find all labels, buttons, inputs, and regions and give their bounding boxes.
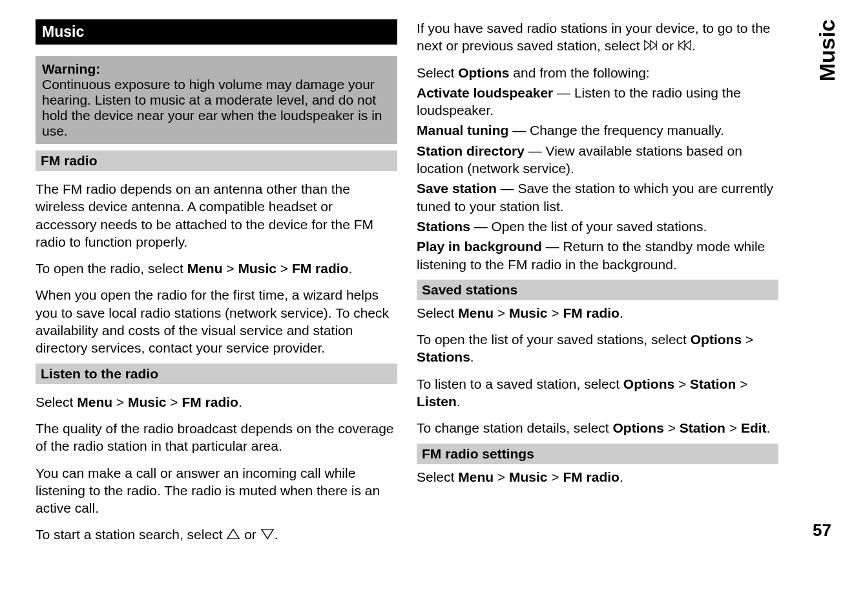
saved-stations-head: Saved stations: [417, 280, 778, 300]
text: .: [470, 349, 474, 364]
menu-label: Menu: [458, 305, 494, 320]
opt-desc: — Change the frequency manually.: [508, 123, 724, 138]
opt-save: Save station — Save the station to which…: [417, 180, 778, 215]
sep: >: [112, 395, 128, 409]
text: and from the following:: [510, 65, 650, 80]
sep: >: [222, 261, 238, 276]
listen-label: Listen: [417, 394, 457, 409]
opt-stations: Stations — Open the list of your saved s…: [417, 218, 778, 235]
opt-directory: Station directory — View available stati…: [417, 142, 778, 178]
text: To open the radio, select: [36, 261, 187, 276]
left-column: Music Warning: Continuous exposure to hi…: [36, 19, 397, 544]
text: To start a station search, select: [36, 527, 226, 542]
text: Select: [417, 305, 458, 320]
music-label: Music: [128, 395, 167, 409]
text: To change station details, select: [417, 420, 613, 435]
listen-path: Select Menu > Music > FM radio.: [36, 393, 397, 411]
music-label: Music: [509, 305, 548, 320]
svg-marker-2: [645, 41, 651, 50]
sep: >: [166, 395, 182, 409]
fm-radio-p1: The FM radio depends on an antenna other…: [36, 180, 397, 251]
opt-activate: Activate loudspeaker — Listen to the rad…: [417, 84, 778, 119]
sep: >: [494, 305, 509, 320]
opt-desc: — Open the list of your saved stations.: [470, 219, 707, 234]
station-label: Station: [690, 376, 736, 391]
text: .: [767, 420, 771, 435]
sep: >: [664, 420, 680, 435]
sep: >: [494, 469, 509, 484]
page-number: 57: [813, 520, 831, 540]
options-label: Options: [458, 65, 509, 80]
saved-edit: To change station details, select Option…: [417, 419, 778, 436]
svg-marker-0: [227, 529, 239, 539]
fm-radio-open-path: To open the radio, select Menu > Music >…: [36, 260, 397, 277]
sep: >: [547, 469, 563, 484]
opt-label: Activate loudspeaker: [417, 85, 553, 100]
settings-path: Select Menu > Music > FM radio.: [417, 468, 778, 486]
text: If you have saved radio stations in your…: [417, 21, 771, 53]
svg-marker-1: [262, 529, 273, 539]
fm-radio-p3: When you open the radio for the first ti…: [36, 286, 397, 356]
sep: >: [736, 376, 747, 391]
text: .: [692, 38, 696, 53]
menu-label: Menu: [458, 469, 494, 484]
document-page: Music Warning: Continuous exposure to hi…: [0, 0, 854, 550]
warning-title: Warning:: [42, 61, 100, 76]
options-label: Options: [623, 376, 674, 391]
options-intro: Select Options and from the following:: [417, 64, 778, 81]
text: .: [620, 469, 623, 484]
text: .: [457, 394, 461, 409]
right-column: If you have saved radio stations in your…: [417, 19, 778, 544]
chapter-header: Music: [36, 19, 397, 45]
svg-marker-3: [651, 41, 656, 50]
opt-label: Play in background: [417, 239, 542, 254]
text: .: [275, 527, 278, 542]
warning-box: Warning: Continuous exposure to high vol…: [36, 56, 397, 144]
opt-manual: Manual tuning — Change the frequency man…: [417, 121, 778, 139]
options-label: Options: [691, 332, 742, 347]
text: or: [244, 527, 260, 542]
options-label: Options: [613, 420, 664, 435]
fm-label: FM radio: [182, 395, 238, 409]
warning-body: Continuous exposure to high volume may d…: [42, 77, 382, 138]
edit-label: Edit: [741, 420, 767, 435]
saved-path: Select Menu > Music > FM radio.: [417, 304, 778, 322]
svg-marker-6: [679, 41, 685, 50]
saved-station-nav: If you have saved radio stations in your…: [417, 19, 778, 55]
menu-label: Menu: [187, 261, 223, 276]
text: .: [620, 305, 623, 320]
menu-label: Menu: [77, 395, 112, 409]
side-chapter-label: Music: [815, 19, 840, 81]
text: To listen to a saved station, select: [417, 376, 623, 391]
fm-label: FM radio: [292, 261, 349, 276]
listen-search: To start a station search, select or .: [36, 526, 397, 543]
opt-label: Save station: [417, 181, 497, 196]
triangle-down-icon: [260, 528, 275, 540]
prev-track-icon: [678, 39, 692, 52]
listen-head: Listen to the radio: [36, 364, 397, 384]
sep: >: [547, 305, 563, 320]
sep: >: [674, 376, 690, 391]
opt-label: Manual tuning: [417, 123, 508, 138]
saved-open-list: To open the list of your saved stations,…: [417, 331, 778, 366]
fm-radio-head: FM radio: [36, 150, 397, 171]
text: or: [661, 38, 678, 53]
text: .: [238, 395, 242, 409]
sep: >: [725, 420, 741, 435]
fm-label: FM radio: [563, 305, 620, 320]
text: Select: [417, 469, 458, 484]
station-label: Station: [680, 420, 725, 435]
listen-p1: The quality of the radio broadcast depen…: [36, 420, 397, 455]
triangle-up-icon: [226, 528, 240, 540]
text: .: [348, 261, 352, 276]
stations-label: Stations: [417, 349, 470, 364]
saved-listen: To listen to a saved station, select Opt…: [417, 375, 778, 411]
text: Select: [36, 395, 77, 409]
opt-play-bg: Play in background — Return to the stand…: [417, 238, 778, 273]
music-label: Music: [509, 469, 548, 484]
sep: >: [742, 332, 753, 347]
opt-label: Stations: [417, 219, 470, 234]
text: Select: [417, 65, 458, 80]
music-label: Music: [238, 261, 276, 276]
fm-settings-head: FM radio settings: [417, 444, 778, 464]
